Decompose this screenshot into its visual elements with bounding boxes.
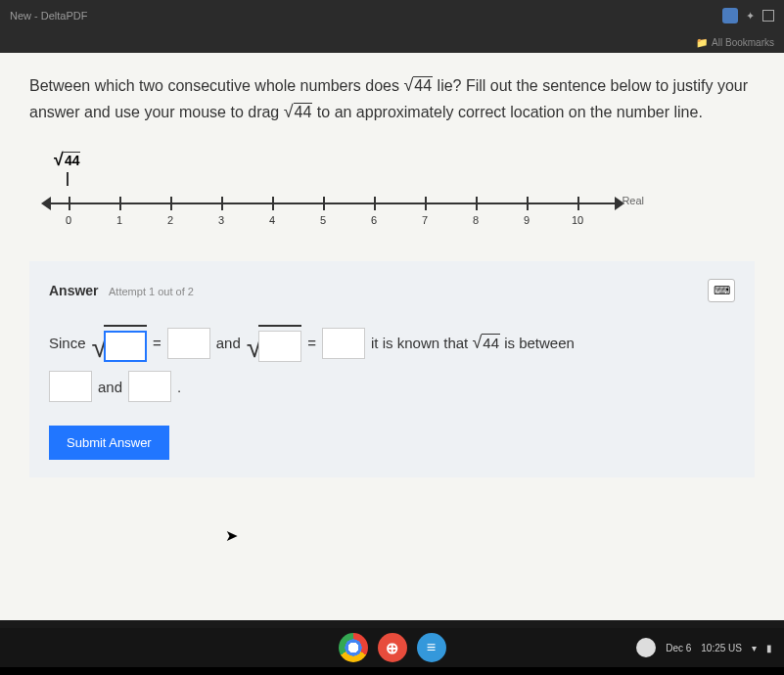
sqrt-44: √44 (472, 324, 500, 363)
answer-heading: Answer (49, 283, 99, 298)
bookmark-bar: 📁 All Bookmarks (0, 31, 784, 53)
taskbar[interactable]: ⊕ ≡ Dec 6 10:25 US ▾ ▮ (0, 628, 784, 667)
answer-panel: Answer Attempt 1 out of 2 ⌨ Since √ = an… (29, 261, 755, 477)
sqrt-input-2: √ (247, 325, 301, 362)
browser-tab-bar: New - DeltaPDF ✦ (0, 0, 784, 31)
tick-label: 4 (269, 214, 275, 226)
wifi-icon[interactable]: ▾ (752, 643, 757, 653)
app-icon-red[interactable]: ⊕ (378, 633, 407, 662)
status-circle-icon[interactable] (636, 638, 656, 657)
tick-label: 5 (320, 214, 326, 226)
window-icon[interactable] (762, 10, 774, 22)
bookmarks-link[interactable]: All Bookmarks (712, 37, 774, 48)
keypad-icon: ⌨ (714, 284, 730, 297)
sqrt-input-1: √ (92, 325, 147, 362)
taskbar-date[interactable]: Dec 6 (666, 643, 691, 653)
battery-icon[interactable]: ▮ (766, 643, 772, 653)
tick-label: 1 (116, 214, 122, 226)
blank-lower-bound[interactable] (49, 371, 92, 402)
blank-radicand-2[interactable] (258, 331, 301, 362)
main-content: Between which two consecutive whole numb… (0, 53, 784, 620)
tab-title[interactable]: New - DeltaPDF (10, 10, 87, 22)
tick-label: 6 (371, 214, 377, 226)
answer-sentence: Since √ = and √ = it is known that √44 i… (49, 324, 735, 403)
axis-end-label: Real (622, 195, 644, 206)
tick-label: 3 (218, 214, 224, 226)
extension-icon[interactable] (722, 8, 738, 23)
drag-handle-sqrt44[interactable]: √44 (54, 150, 80, 186)
question-text: Between which two consecutive whole numb… (29, 72, 755, 125)
sqrt-44: √44 (284, 99, 313, 125)
sqrt-44: √44 (403, 72, 433, 99)
numberline-axis[interactable]: 0 1 2 3 4 5 6 7 8 9 10 Real (49, 193, 617, 232)
blank-upper-bound[interactable] (128, 371, 171, 402)
tick-label: 7 (422, 214, 428, 226)
tick-label: 9 (524, 214, 530, 226)
folder-icon[interactable]: 📁 (696, 37, 708, 48)
tick-label: 2 (167, 214, 173, 226)
attempt-counter: Attempt 1 out of 2 (109, 286, 194, 297)
puzzle-icon[interactable]: ✦ (746, 10, 755, 22)
blank-result-2[interactable] (322, 328, 365, 359)
blank-result-1[interactable] (167, 328, 210, 359)
tick-label: 0 (66, 214, 71, 226)
keypad-button[interactable]: ⌨ (708, 279, 735, 302)
blank-radicand-1[interactable] (104, 331, 147, 362)
chrome-icon[interactable] (339, 633, 368, 662)
tick-label: 8 (473, 214, 479, 226)
numberline-widget[interactable]: √44 0 1 2 3 4 5 6 7 8 9 10 Real (49, 150, 755, 232)
tick-label: 10 (572, 214, 583, 226)
taskbar-time[interactable]: 10:25 US (701, 643, 742, 653)
submit-button[interactable]: Submit Answer (49, 426, 169, 460)
app-icon-blue[interactable]: ≡ (417, 633, 446, 662)
